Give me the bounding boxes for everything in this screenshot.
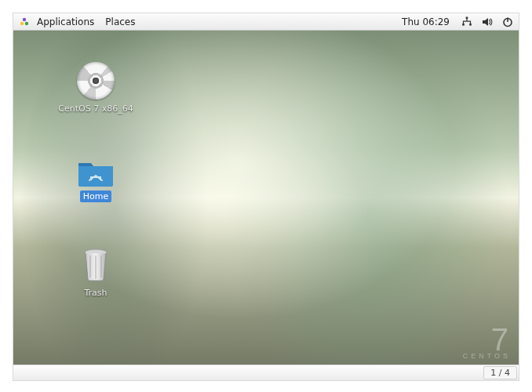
- applications-menu[interactable]: Applications: [32, 13, 99, 31]
- svg-point-0: [23, 17, 26, 20]
- distro-logo-icon: [18, 16, 31, 28]
- watermark-name: CENTOS: [463, 352, 511, 360]
- page-indicator[interactable]: 1 / 4: [483, 366, 517, 379]
- network-icon[interactable]: [461, 16, 473, 28]
- distro-watermark: 7 CENTOS: [463, 327, 511, 360]
- desktop[interactable]: CentOS 7 x86_64 Home: [13, 31, 519, 365]
- remote-screen: Applications Places Thu 06:29 CentOS: [13, 13, 519, 365]
- desktop-icon-home[interactable]: Home: [60, 154, 131, 202]
- power-icon[interactable]: [501, 16, 514, 28]
- desktop-icon-disc[interactable]: CentOS 7 x86_64: [60, 62, 131, 114]
- places-menu[interactable]: Places: [100, 13, 140, 31]
- gnome-top-panel: Applications Places Thu 06:29: [13, 13, 519, 31]
- svg-rect-5: [469, 24, 472, 26]
- svg-point-2: [25, 21, 28, 24]
- panel-clock[interactable]: Thu 06:29: [399, 16, 453, 27]
- viewer-status-bar: 1 / 4: [13, 365, 519, 381]
- volume-icon[interactable]: [481, 16, 494, 28]
- watermark-version: 7: [463, 327, 511, 352]
- desktop-icon-label: CentOS 7 x86_64: [55, 103, 136, 114]
- desktop-icon-label: Trash: [81, 287, 110, 299]
- desktop-icon-label: Home: [80, 191, 111, 202]
- svg-point-1: [20, 21, 24, 24]
- image-viewer: Applications Places Thu 06:29 CentOS: [0, 0, 532, 392]
- home-folder-icon: [76, 154, 115, 187]
- trash-icon: [80, 246, 111, 284]
- panel-left: Applications Places: [18, 13, 140, 31]
- panel-right: Thu 06:29: [399, 16, 514, 28]
- optical-disc-icon: [77, 62, 115, 100]
- svg-rect-3: [466, 16, 468, 19]
- desktop-icon-trash[interactable]: Trash: [60, 246, 131, 299]
- svg-rect-4: [462, 24, 465, 26]
